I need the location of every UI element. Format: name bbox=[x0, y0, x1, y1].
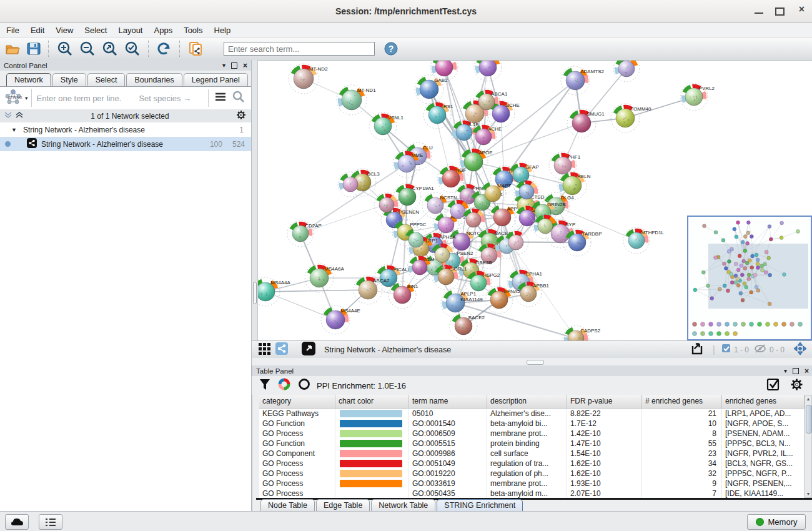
tab-network-table[interactable]: Network Table bbox=[371, 499, 435, 511]
close-button[interactable]: × bbox=[799, 4, 805, 15]
network-collection-row[interactable]: ▼ String Network - Alzheimer's disease 1 bbox=[0, 122, 251, 137]
export-network-icon[interactable] bbox=[187, 41, 205, 57]
set-species-label[interactable]: Set species → bbox=[139, 94, 191, 103]
zoom-in-icon[interactable] bbox=[56, 41, 74, 57]
network-node[interactable]: MTHFD1L bbox=[623, 227, 665, 254]
table-row[interactable]: GO ProcessGO:0051049regulation of tra...… bbox=[259, 459, 805, 469]
minimize-button[interactable] bbox=[755, 7, 763, 14]
expand-all-icon[interactable] bbox=[15, 111, 24, 121]
network-node[interactable]: ABCA7 bbox=[354, 275, 390, 304]
menu-file[interactable]: File bbox=[6, 26, 19, 35]
export-view-icon[interactable] bbox=[690, 341, 706, 359]
table-row[interactable]: GO ProcessGO:0006509membrane prot...1.42… bbox=[259, 429, 805, 439]
column-header-chart-color[interactable]: chart color bbox=[335, 395, 409, 408]
string-logo-icon[interactable]: STRING bbox=[4, 88, 22, 108]
column-header-term-name[interactable]: term name bbox=[409, 395, 487, 408]
network-node[interactable]: MT-ND1 bbox=[337, 85, 376, 115]
tab-node-table[interactable]: Node Table bbox=[260, 499, 315, 511]
table-row[interactable]: GO ComponentGO:0009986cell surface1.54E-… bbox=[259, 449, 805, 459]
network-node[interactable] bbox=[474, 61, 502, 81]
table-scrollbar[interactable]: ▲ ▼ bbox=[805, 395, 812, 498]
tab-edge-table[interactable]: Edge Table bbox=[316, 499, 370, 511]
collapse-all-icon[interactable] bbox=[4, 111, 12, 121]
tab-select[interactable]: Select bbox=[87, 73, 126, 86]
launch-view-icon[interactable] bbox=[302, 342, 315, 358]
network-node[interactable]: VSNL1 bbox=[369, 112, 404, 140]
string-search-icon[interactable] bbox=[232, 91, 245, 106]
column-header-enriched-genes[interactable]: enriched genes bbox=[722, 395, 805, 408]
zoom-out-icon[interactable] bbox=[79, 41, 96, 57]
table-row[interactable]: GO ProcessGO:0033619membrane prot...1.93… bbox=[259, 479, 805, 489]
help-icon[interactable]: ? bbox=[384, 41, 399, 56]
tab-boundaries[interactable]: Boundaries bbox=[126, 73, 182, 86]
chart-donut-icon[interactable] bbox=[278, 378, 290, 393]
menu-edit[interactable]: Edit bbox=[31, 26, 44, 35]
search-input[interactable] bbox=[224, 42, 375, 56]
panel-close-icon[interactable]: × bbox=[243, 61, 247, 70]
column-header-description[interactable]: description bbox=[487, 395, 567, 408]
network-overview[interactable] bbox=[687, 216, 812, 340]
tab-string-enrichment[interactable]: STRING Enrichment bbox=[437, 499, 523, 511]
enrichment-settings-icon[interactable] bbox=[790, 378, 803, 394]
birdseye-toggle-icon[interactable] bbox=[793, 342, 807, 358]
network-node[interactable]: MS4A4E bbox=[321, 305, 360, 334]
scroll-up-icon[interactable]: ▲ bbox=[805, 397, 811, 401]
table-row[interactable]: GO FunctionGO:0001540beta-amyloid bi...1… bbox=[259, 419, 805, 429]
hidden-eye-icon[interactable] bbox=[754, 344, 766, 356]
menu-select[interactable]: Select bbox=[84, 26, 107, 35]
network-node[interactable]: CADPS2 bbox=[563, 325, 601, 340]
network-node[interactable]: MT-ND2 bbox=[289, 64, 328, 94]
share-network-icon[interactable] bbox=[275, 342, 288, 357]
task-history-icon[interactable] bbox=[39, 514, 62, 530]
column-header-FDR-p-value[interactable]: FDR p-value bbox=[567, 395, 642, 408]
menu-apps[interactable]: Apps bbox=[154, 26, 173, 35]
menu-help[interactable]: Help bbox=[214, 26, 231, 35]
tab-style[interactable]: Style bbox=[52, 73, 86, 86]
menu-view[interactable]: View bbox=[56, 26, 73, 35]
table-row[interactable]: KEGG Pathways05010Alzheimer's dise...8.8… bbox=[259, 409, 805, 419]
table-panel-float-icon[interactable] bbox=[793, 368, 799, 374]
tree-expand-icon[interactable]: ▼ bbox=[11, 127, 17, 133]
memory-button[interactable]: Memory bbox=[747, 514, 806, 530]
zoom-selected-icon[interactable] bbox=[124, 41, 141, 57]
maximize-button[interactable] bbox=[775, 7, 785, 16]
table-panel-close-icon[interactable]: × bbox=[805, 367, 809, 375]
table-row[interactable]: GO FunctionGO:0005515protein binding1.47… bbox=[259, 439, 805, 449]
column-header--enriched-genes[interactable]: # enriched genes bbox=[642, 395, 722, 408]
panel-splitter-vertical[interactable] bbox=[252, 60, 258, 340]
scrollbar-thumb[interactable] bbox=[806, 405, 812, 434]
table-row[interactable]: GO ProcessGO:0050435beta-amyloid m...2.0… bbox=[259, 489, 805, 498]
string-dropdown-icon[interactable]: ▾ bbox=[25, 95, 28, 101]
column-header-category[interactable]: category bbox=[259, 395, 335, 408]
table-row[interactable]: GO ProcessGO:0019220regulation of ph...1… bbox=[259, 469, 805, 479]
filter-icon[interactable] bbox=[259, 379, 270, 393]
network-node[interactable]: TARDBP bbox=[563, 229, 602, 256]
panel-splitter-horizontal[interactable] bbox=[252, 358, 812, 365]
scroll-down-icon[interactable]: ▼ bbox=[805, 492, 811, 496]
ring-chart-icon[interactable] bbox=[298, 378, 310, 393]
network-node[interactable]: BACE2 bbox=[450, 312, 485, 340]
menu-layout[interactable]: Layout bbox=[118, 26, 142, 35]
table-panel-menu-icon[interactable]: ▾ bbox=[784, 367, 787, 374]
network-node[interactable]: APLP1KIAA1149 bbox=[441, 289, 483, 317]
network-node[interactable]: SMUG1 bbox=[567, 109, 605, 137]
tab-legend-panel[interactable]: Legend Panel bbox=[184, 73, 248, 86]
save-session-icon[interactable] bbox=[26, 42, 41, 56]
automation-status-icon[interactable] bbox=[5, 514, 29, 530]
network-row-selected[interactable]: String Network - Alzheimer's disease 100… bbox=[0, 137, 251, 151]
enrichment-table[interactable]: categorychart colorterm namedescriptionF… bbox=[259, 395, 805, 498]
selected-nodes-checkbox-icon[interactable] bbox=[721, 344, 731, 355]
string-query-input[interactable]: Enter one term per line. bbox=[37, 94, 122, 103]
grid-view-icon[interactable] bbox=[258, 342, 270, 357]
open-session-icon[interactable] bbox=[5, 42, 21, 56]
network-node[interactable]: PVRL2 bbox=[680, 83, 715, 111]
network-node[interactable]: TOMM40 bbox=[611, 104, 651, 132]
panel-menu-icon[interactable]: ▾ bbox=[222, 62, 225, 69]
network-node[interactable]: EFNA5 bbox=[485, 286, 520, 314]
network-gear-icon[interactable] bbox=[236, 110, 246, 122]
panel-float-icon[interactable] bbox=[231, 62, 237, 69]
refresh-icon[interactable] bbox=[156, 41, 172, 56]
zoom-fit-icon[interactable] bbox=[101, 41, 119, 57]
tab-network[interactable]: Network bbox=[6, 73, 51, 86]
menu-tools[interactable]: Tools bbox=[184, 26, 202, 35]
